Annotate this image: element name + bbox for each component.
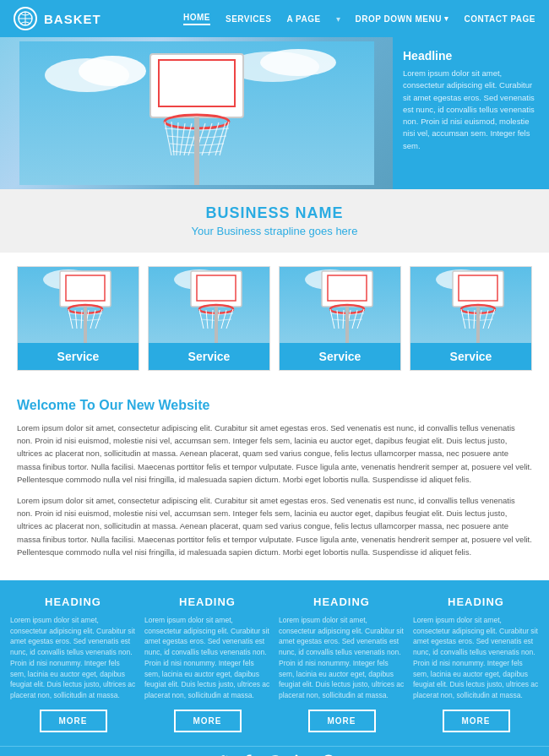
hero-headline: Headline <box>403 49 539 63</box>
bottom-text-3: Lorem ipsum dolor sit amet, consectetur … <box>279 615 405 701</box>
welcome-para-1: Lorem ipsum dolor sit amet, consectetur … <box>17 422 532 486</box>
svg-rect-70 <box>476 307 480 343</box>
service-card-4: Service <box>410 266 532 371</box>
service-label-2: Service <box>149 343 269 370</box>
services-section: Service <box>0 253 549 384</box>
more-button-1[interactable]: MORE <box>40 710 107 732</box>
hero-sidebar: Headline Lorem ipsum dolor sit amet, con… <box>393 37 549 189</box>
logo-text: BASKET <box>44 12 101 26</box>
hero-body: Lorem ipsum dolor sit amet, consectetur … <box>403 68 539 152</box>
welcome-section: Welcome To Our New Website Lorem ipsum d… <box>0 384 549 580</box>
logo-area: BASKET <box>14 7 101 30</box>
nav-contact[interactable]: CONTACT PAGE <box>464 14 535 24</box>
service-hoop-svg-4 <box>410 267 531 343</box>
service-card-3: Service <box>279 266 401 371</box>
bottom-heading-3: HEADING <box>279 596 405 608</box>
svg-rect-22 <box>194 117 199 185</box>
svg-rect-58 <box>345 307 349 343</box>
welcome-para-2: Lorem ipsum dolor sit amet, consectetur … <box>17 494 532 558</box>
service-card-1: Service <box>17 266 139 371</box>
bottom-heading-1: HEADING <box>10 596 136 608</box>
bottom-columns: HEADING Lorem ipsum dolor sit amet, cons… <box>10 596 539 737</box>
hero-image <box>0 37 393 189</box>
bottom-text-2: Lorem ipsum dolor sit amet, consectetur … <box>144 615 270 701</box>
bottom-col-4: HEADING Lorem ipsum dolor sit amet, cons… <box>413 596 539 737</box>
service-label-1: Service <box>18 343 139 370</box>
hero-basketball-svg <box>19 41 374 185</box>
logo-icon <box>14 7 37 30</box>
bottom-col-3: HEADING Lorem ipsum dolor sit amet, cons… <box>279 596 405 737</box>
bottom-text-4: Lorem ipsum dolor sit amet, consectetur … <box>413 615 539 701</box>
welcome-heading: Welcome To Our New Website <box>17 398 532 413</box>
more-button-4[interactable]: MORE <box>443 710 510 732</box>
basketball-logo-svg <box>18 11 33 26</box>
bottom-heading-2: HEADING <box>144 596 270 608</box>
service-hoop-svg-1 <box>18 267 139 343</box>
more-button-3[interactable]: MORE <box>308 710 376 732</box>
bottom-col-2: HEADING Lorem ipsum dolor sit amet, cons… <box>144 596 270 737</box>
svg-rect-46 <box>215 307 218 343</box>
service-hoop-svg-2 <box>149 267 269 343</box>
hero-section: Headline Lorem ipsum dolor sit amet, con… <box>0 37 549 189</box>
service-card-2: Service <box>148 266 270 371</box>
business-name: BUSINESS NAME <box>8 204 541 222</box>
service-image-4 <box>410 267 531 343</box>
bottom-heading-4: HEADING <box>413 596 539 608</box>
service-image-3 <box>280 267 400 343</box>
svg-rect-8 <box>150 54 243 117</box>
bottom-text-1: Lorem ipsum dolor sit amet, consectetur … <box>10 615 136 701</box>
nav-home[interactable]: HOME <box>183 13 210 25</box>
nav-dropdown[interactable]: DROP DOWN MENU <box>356 14 449 24</box>
svg-point-7 <box>260 49 336 76</box>
nav-services[interactable]: SERVICES <box>226 14 271 24</box>
social-bar <box>0 746 549 756</box>
service-image-1 <box>18 267 139 343</box>
service-hoop-svg-3 <box>280 267 400 343</box>
main-nav: HOME SERVICES A PAGE ▾ DROP DOWN MENU CO… <box>183 13 535 25</box>
bottom-col-1: HEADING Lorem ipsum dolor sit amet, cons… <box>10 596 136 737</box>
service-image-2 <box>149 267 269 343</box>
nav-a-page[interactable]: A PAGE <box>286 14 320 24</box>
service-label-3: Service <box>280 343 400 370</box>
business-section: BUSINESS NAME Your Business strapline go… <box>0 189 549 253</box>
svg-point-5 <box>79 56 146 86</box>
header: BASKET HOME SERVICES A PAGE ▾ DROP DOWN … <box>0 0 549 37</box>
nav-dots: ▾ <box>336 14 340 24</box>
service-label-4: Service <box>410 343 531 370</box>
more-button-2[interactable]: MORE <box>174 710 242 732</box>
svg-rect-34 <box>84 307 87 343</box>
bottom-section: HEADING Lorem ipsum dolor sit amet, cons… <box>0 580 549 746</box>
business-tagline: Your Business strapline goes here <box>8 225 541 237</box>
